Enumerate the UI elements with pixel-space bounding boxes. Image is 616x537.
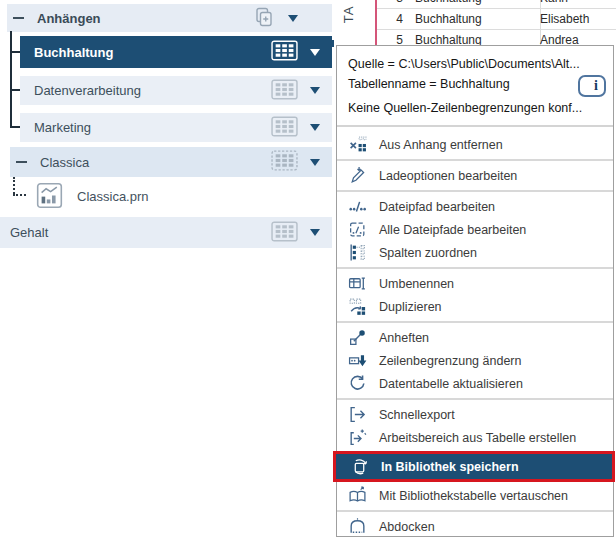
tree-connector-line — [10, 31, 12, 127]
pin-icon — [348, 328, 367, 347]
table-name-text: Tabellenname = Buchhaltung — [348, 74, 601, 94]
menu-item-label: Ladeoptionen bearbeiten — [379, 169, 517, 183]
menu-item-dateipfad-bearbeiten[interactable]: Dateipfad bearbeiten — [337, 195, 613, 218]
tree-item-datenverarbeitung[interactable]: Datenverarbeitung — [20, 76, 332, 105]
menu-item-zeilenbegrenzung-aendern[interactable]: Zeilenbegrenzung ändern — [337, 349, 613, 372]
menu-item-duplizieren[interactable]: Duplizieren — [337, 295, 613, 318]
edit-load-options-icon — [348, 166, 367, 185]
table-grid-icon[interactable] — [271, 221, 298, 245]
menu-item-label: Abdocken — [379, 520, 435, 534]
context-menu-info-block: Quelle = C:\Users\Public\Documents\Alt..… — [337, 46, 613, 118]
menu-separator — [337, 398, 613, 400]
menu-item-label: Duplizieren — [379, 300, 442, 314]
menu-item-label: Arbeitsbereich aus Tabelle erstellen — [379, 431, 576, 445]
menu-item-abdocken[interactable]: Abdocken — [337, 515, 613, 537]
rename-icon — [348, 274, 367, 293]
menu-item-umbenennen[interactable]: Umbenennen — [337, 272, 613, 295]
tree-item-marketing[interactable]: Marketing — [20, 113, 332, 142]
menu-item-label: Alle Dateipfade bearbeiten — [379, 223, 526, 237]
tree-item-label: Datenverarbeitung — [34, 83, 141, 98]
chevron-down-icon[interactable] — [288, 15, 298, 22]
menu-item-ladeoptionen-bearbeiten[interactable]: Ladeoptionen bearbeiten — [337, 164, 613, 187]
info-icon: i — [594, 78, 598, 94]
table-grid-dashed-icon[interactable] — [271, 150, 298, 174]
menu-separator — [337, 190, 613, 192]
table-grid-icon[interactable] — [271, 40, 298, 64]
row-limit-text: Keine Quellen-Zeilenbegrenzungen konf... — [348, 98, 601, 118]
menu-item-in-bibliothek-speichern[interactable]: In Bibliothek speichern — [336, 454, 612, 479]
menu-item-aus-anhang-entfernen[interactable]: Aus Anhang entfernen — [337, 133, 613, 156]
undock-icon — [348, 517, 367, 536]
tree-group-label: Gehalt — [10, 225, 48, 240]
append-tables-icon[interactable] — [252, 7, 276, 30]
duplicate-icon — [348, 297, 367, 316]
quick-export-icon — [348, 405, 367, 424]
chevron-down-icon[interactable] — [310, 229, 320, 236]
edit-all-file-paths-icon — [348, 220, 367, 239]
collapse-icon[interactable] — [13, 17, 24, 19]
menu-item-label: In Bibliothek speichern — [381, 460, 519, 474]
menu-item-alle-dateipfade-bearbeiten[interactable]: Alle Dateipfade bearbeiten — [337, 218, 613, 241]
chevron-down-icon[interactable] — [310, 159, 320, 166]
context-menu-items: Aus Anhang entfernen Ladeoptionen bearbe… — [337, 133, 613, 537]
menu-item-label: Umbenennen — [379, 277, 454, 291]
menu-item-label: Schnellexport — [379, 408, 455, 422]
menu-item-mit-bibliothekstabelle-vertauschen[interactable]: Mit Bibliothekstabelle vertauschen — [337, 484, 613, 507]
table-grid-icon[interactable] — [271, 79, 298, 103]
menu-item-label: Dateipfad bearbeiten — [379, 200, 495, 214]
data-table-fragment: TA 3 Buchhaltung Karin 4 Buchhaltung Eli… — [337, 0, 616, 45]
menu-item-anheften[interactable]: Anheften — [337, 326, 613, 349]
collapse-icon[interactable] — [16, 161, 27, 163]
tree-item-label: Classica.prn — [77, 189, 149, 204]
report-file-icon — [36, 182, 63, 212]
menu-item-label: Datentabelle aktualisieren — [379, 377, 523, 391]
menu-item-schnellexport[interactable]: Schnellexport — [337, 403, 613, 426]
menu-separator — [337, 321, 613, 323]
save-to-library-icon — [350, 457, 369, 476]
tree-group-gehalt[interactable]: Gehalt — [0, 217, 332, 248]
tree-group-classica[interactable]: Classica — [10, 147, 332, 177]
table-grid-icon[interactable] — [271, 116, 298, 140]
edit-file-path-icon — [348, 197, 367, 216]
tree-item-label: Marketing — [34, 120, 91, 135]
change-row-limit-icon — [348, 351, 367, 370]
tree-group-label: Anhängen — [37, 11, 101, 26]
refresh-icon — [348, 374, 367, 393]
chevron-down-icon[interactable] — [310, 124, 320, 131]
table-row: 5 Buchhaltung Andrea — [377, 29, 616, 45]
tree-item-buchhaltung[interactable]: Buchhaltung — [20, 36, 332, 68]
table-context-menu: Quelle = C:\Users\Public\Documents\Alt..… — [336, 45, 614, 537]
tree-item-label: Buchhaltung — [34, 45, 113, 60]
menu-separator — [337, 510, 613, 512]
chevron-down-icon[interactable] — [310, 87, 320, 94]
menu-item-spalten-zuordnen[interactable]: Spalten zuordnen — [337, 241, 613, 264]
tree-dotted-connector — [13, 177, 15, 194]
selection-handle — [325, 40, 334, 47]
menu-item-label: Anheften — [379, 331, 429, 345]
app-root: Anhängen Buchhaltung — [0, 0, 616, 537]
source-path-text: Quelle = C:\Users\Public\Documents\Alt..… — [348, 54, 601, 74]
menu-separator — [337, 267, 613, 269]
table-row: 4 Buchhaltung Elisabeth — [377, 8, 616, 30]
map-columns-icon — [348, 243, 367, 262]
menu-item-arbeitsbereich-aus-tabelle[interactable]: Arbeitsbereich aus Tabelle erstellen — [337, 426, 613, 449]
swap-library-table-icon — [348, 486, 367, 505]
info-button[interactable]: i — [578, 75, 606, 97]
menu-separator — [337, 159, 613, 161]
chevron-down-icon[interactable] — [310, 49, 320, 56]
vertical-tab-label: TA — [341, 6, 356, 24]
remove-from-append-icon — [348, 135, 367, 154]
menu-separator — [337, 125, 613, 127]
menu-item-label: Spalten zuordnen — [379, 246, 477, 260]
tree-group-anhaengen[interactable]: Anhängen — [7, 4, 332, 32]
menu-item-datentabelle-aktualisieren[interactable]: Datentabelle aktualisieren — [337, 372, 613, 395]
workspace-from-table-icon — [348, 428, 367, 447]
tree-item-classica-file[interactable]: Classica.prn — [28, 181, 332, 212]
menu-item-label: Zeilenbegrenzung ändern — [379, 354, 521, 368]
menu-item-label: Mit Bibliothekstabelle vertauschen — [379, 489, 568, 503]
tree-group-label: Classica — [40, 155, 89, 170]
annotation-highlight-box: In Bibliothek speichern — [333, 451, 615, 482]
menu-item-label: Aus Anhang entfernen — [379, 138, 503, 152]
